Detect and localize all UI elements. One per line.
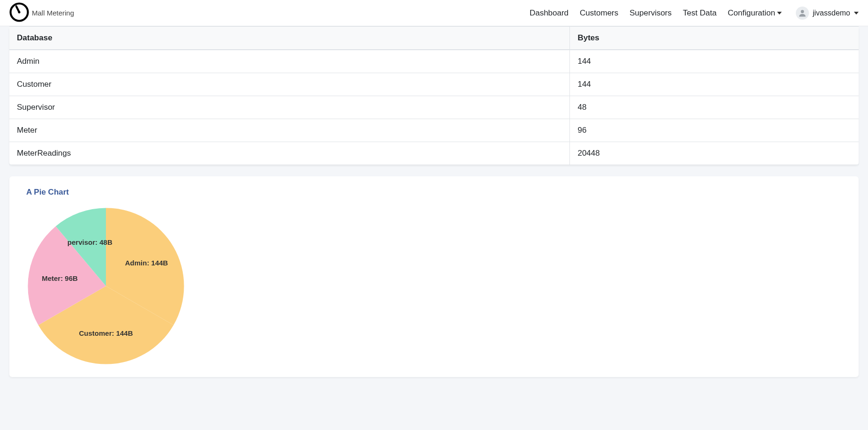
nav-link-supervisors[interactable]: Supervisors	[629, 8, 672, 18]
brand-name: Mall Metering	[32, 9, 74, 17]
nav-link-configuration[interactable]: Configuration	[728, 8, 782, 18]
cell-database: Admin	[9, 50, 570, 73]
cell-database: Customer	[9, 73, 570, 96]
pie-chart-card: A Pie Chart Admin: 144BCustomer: 144BMet…	[9, 176, 859, 377]
nav-link-dashboard[interactable]: Dashboard	[530, 8, 569, 18]
nav-link-label: Dashboard	[530, 8, 569, 18]
cell-bytes: 96	[570, 119, 859, 142]
username: jivassdemo	[813, 9, 850, 17]
database-table: Database Bytes Admin144Customer144Superv…	[9, 26, 859, 165]
cell-bytes: 20448	[570, 142, 859, 165]
chevron-down-icon	[854, 12, 859, 15]
table-row: Meter96	[9, 119, 859, 142]
table-row: Admin144	[9, 50, 859, 73]
nav-link-customers[interactable]: Customers	[580, 8, 618, 18]
pie-chart: Admin: 144BCustomer: 144BMeter: 96Bpervi…	[26, 206, 186, 366]
svg-point-1	[18, 11, 20, 13]
cell-database: Supervisor	[9, 96, 570, 119]
nav-links: DashboardCustomersSupervisorsTest DataCo…	[530, 8, 782, 18]
chevron-down-icon	[777, 12, 782, 15]
cell-bytes: 144	[570, 50, 859, 73]
table-row: Supervisor48	[9, 96, 859, 119]
nav-link-label: Supervisors	[629, 8, 672, 18]
chart-title: A Pie Chart	[26, 188, 842, 197]
table-row: MeterReadings20448	[9, 142, 859, 165]
top-navbar: Mall Metering DashboardCustomersSupervis…	[0, 0, 868, 26]
database-table-card: Database Bytes Admin144Customer144Superv…	[9, 26, 859, 165]
cell-database: MeterReadings	[9, 142, 570, 165]
nav-link-label: Customers	[580, 8, 618, 18]
cell-database: Meter	[9, 119, 570, 142]
cell-bytes: 144	[570, 73, 859, 96]
avatar-icon	[796, 7, 809, 20]
col-header-bytes: Bytes	[570, 27, 859, 50]
nav-link-test-data[interactable]: Test Data	[683, 8, 717, 18]
nav-link-label: Configuration	[728, 8, 775, 18]
logo-icon	[9, 2, 29, 24]
nav-link-label: Test Data	[683, 8, 717, 18]
brand[interactable]: Mall Metering	[9, 2, 74, 24]
cell-bytes: 48	[570, 96, 859, 119]
table-row: Customer144	[9, 73, 859, 96]
col-header-database: Database	[9, 27, 570, 50]
svg-point-2	[801, 10, 804, 13]
user-menu[interactable]: jivassdemo	[796, 7, 859, 20]
